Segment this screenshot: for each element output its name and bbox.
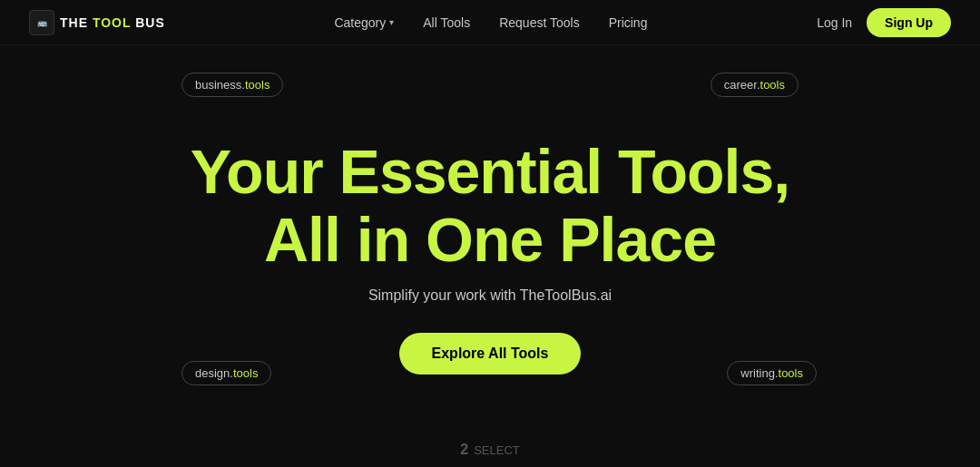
nav-category[interactable]: Category ▾ xyxy=(334,15,394,30)
nav-all-tools[interactable]: All Tools xyxy=(423,15,470,30)
signup-button[interactable]: Sign Up xyxy=(867,8,951,37)
hero-title: Your Essential Tools, All in One Place xyxy=(172,138,808,274)
logo[interactable]: 🚌 THE TOOL BUS xyxy=(29,10,165,35)
tag-design: design.tools xyxy=(181,361,271,385)
logo-icon: 🚌 xyxy=(29,10,54,35)
logo-text: THE TOOL BUS xyxy=(60,15,165,30)
tag-writing: writing.tools xyxy=(727,361,817,385)
scroll-number: 2 xyxy=(460,442,468,458)
nav-pricing[interactable]: Pricing xyxy=(609,15,648,30)
tag-career: career.tools xyxy=(710,73,799,97)
nav-links: Category ▾ All Tools Request Tools Prici… xyxy=(334,15,647,30)
nav-auth: Log In Sign Up xyxy=(817,8,951,37)
nav-request-tools[interactable]: Request Tools xyxy=(499,15,579,30)
navbar: 🚌 THE TOOL BUS Category ▾ All Tools Requ… xyxy=(0,0,980,45)
scroll-label: SELECT xyxy=(474,443,520,457)
chevron-down-icon: ▾ xyxy=(389,17,394,27)
hero-subtitle: Simplify your work with TheToolBus.ai xyxy=(368,287,612,304)
explore-button[interactable]: Explore All Tools xyxy=(399,333,582,375)
hero-section: business.tools career.tools Your Essenti… xyxy=(0,45,980,467)
scroll-indicator: 2 SELECT xyxy=(460,442,519,458)
login-button[interactable]: Log In xyxy=(817,15,852,30)
tag-business: business.tools xyxy=(181,73,283,97)
